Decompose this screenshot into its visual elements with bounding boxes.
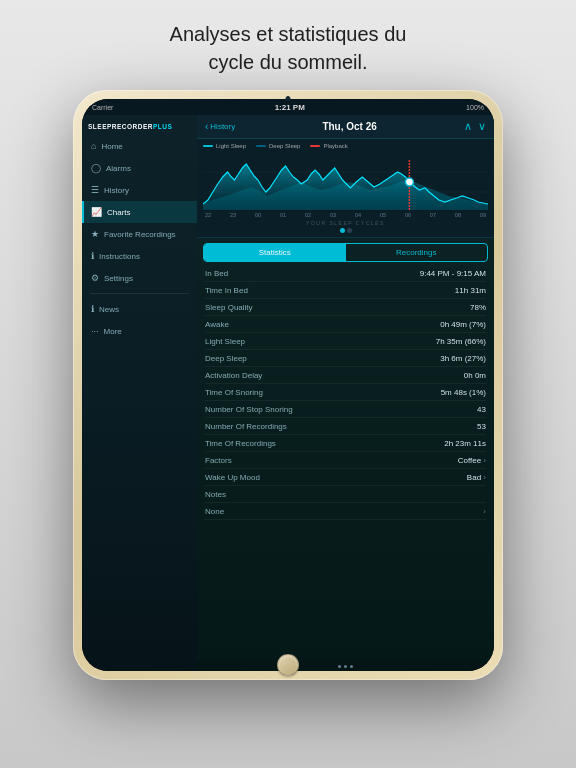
sidebar-label-history: History (104, 186, 129, 195)
sidebar-item-history[interactable]: ☰ History (82, 179, 197, 201)
carrier-text: Carrier (92, 104, 113, 111)
stat-value-time-recordings: 2h 23m 11s (444, 439, 486, 448)
news-icon: ℹ (91, 304, 94, 314)
sidebar-label-more: More (104, 327, 122, 336)
stat-row-activation-delay: Activation Delay 0h 0m (205, 367, 486, 384)
alarms-icon: ◯ (91, 163, 101, 173)
chart-legend: Light Sleep Deep Sleep Playback (203, 143, 488, 149)
stat-row-in-bed: In Bed 9:44 PM - 9:15 AM (205, 265, 486, 282)
stat-value-factors: Coffee › (458, 456, 486, 465)
page-title-line2: cycle du sommeil. (209, 51, 368, 73)
stat-row-none[interactable]: None › (205, 503, 486, 520)
sidebar-item-favorites[interactable]: ★ Favorite Recordings (82, 223, 197, 245)
chart-area: Light Sleep Deep Sleep Playback (197, 139, 494, 238)
stat-label-none: None (205, 507, 224, 516)
stat-value-none: › (483, 507, 486, 516)
time-text: 1:21 PM (275, 103, 305, 112)
sidebar-item-instructions[interactable]: ℹ Instructions (82, 245, 197, 267)
stat-value-time-in-bed: 11h 31m (455, 286, 486, 295)
history-icon: ☰ (91, 185, 99, 195)
legend-light-label: Light Sleep (216, 143, 246, 149)
stat-label-sleep-quality: Sleep Quality (205, 303, 253, 312)
expand-icon[interactable]: ∧ (464, 120, 472, 133)
stat-label-in-bed: In Bed (205, 269, 228, 278)
home-button-area (277, 654, 299, 676)
stat-label-awake: Awake (205, 320, 229, 329)
app-logo: SLEEPRECORDERPLUS (82, 115, 197, 135)
sidebar-label-favorites: Favorite Recordings (104, 230, 176, 239)
sidebar-item-news[interactable]: ℹ News (82, 298, 197, 320)
sidebar-item-charts[interactable]: 📈 Charts (82, 201, 197, 223)
stat-value-sleep-quality: 78% (470, 303, 486, 312)
ipad-frame: Carrier 1:21 PM 100% SLEEPRECORDERPLUS ⌂… (73, 90, 503, 680)
stat-label-activation-delay: Activation Delay (205, 371, 262, 380)
stat-value-snoring: 5m 48s (1%) (441, 388, 486, 397)
tab-statistics[interactable]: Statistics (204, 244, 346, 261)
back-chevron-icon: ‹ (205, 121, 208, 132)
sidebar-item-home[interactable]: ⌂ Home (82, 135, 197, 157)
chart-svg-container (203, 152, 488, 214)
main-content: ‹ History Thu, Oct 26 ∧ ∨ Lig (197, 115, 494, 671)
stat-value-stop-snoring: 43 (477, 405, 486, 414)
logo-text: SLEEPRECORDER (88, 123, 153, 130)
stat-row-time-in-bed: Time In Bed 11h 31m (205, 282, 486, 299)
stats-list: In Bed 9:44 PM - 9:15 AM Time In Bed 11h… (197, 265, 494, 661)
sleep-chart-svg (203, 152, 488, 212)
back-label: History (210, 122, 235, 131)
legend-deep-dot (256, 145, 266, 147)
sidebar-item-settings[interactable]: ⚙ Settings (82, 267, 197, 289)
stat-label-notes: Notes (205, 490, 226, 499)
stat-label-snoring: Time Of Snoring (205, 388, 263, 397)
sidebar-label-settings: Settings (104, 274, 133, 283)
collapse-icon[interactable]: ∨ (478, 120, 486, 133)
sidebar-item-alarms[interactable]: ◯ Alarms (82, 157, 197, 179)
legend-playback-dot (310, 145, 320, 147)
stat-label-num-recordings: Number Of Recordings (205, 422, 287, 431)
stat-row-stop-snoring: Number Of Stop Snoring 43 (205, 401, 486, 418)
tab-recordings[interactable]: Recordings (346, 244, 488, 261)
legend-playback-label: Playback (323, 143, 347, 149)
dot-1 (338, 665, 341, 668)
logo-plus: PLUS (153, 123, 172, 130)
stat-label-wakeup-mood: Wake Up Mood (205, 473, 260, 482)
legend-light-sleep: Light Sleep (203, 143, 246, 149)
sidebar-label-home: Home (101, 142, 122, 151)
stat-row-time-recordings: Time Of Recordings 2h 23m 11s (205, 435, 486, 452)
stat-label-stop-snoring: Number Of Stop Snoring (205, 405, 293, 414)
stat-label-light-sleep: Light Sleep (205, 337, 245, 346)
stat-label-time-in-bed: Time In Bed (205, 286, 248, 295)
main-header: ‹ History Thu, Oct 26 ∧ ∨ (197, 115, 494, 139)
legend-playback: Playback (310, 143, 347, 149)
stat-value-num-recordings: 53 (477, 422, 486, 431)
chart-dots (203, 228, 488, 233)
svg-point-3 (405, 178, 413, 186)
stat-row-awake: Awake 0h 49m (7%) (205, 316, 486, 333)
legend-deep-label: Deep Sleep (269, 143, 300, 149)
more-icon: ··· (91, 326, 99, 336)
sidebar-divider (90, 293, 189, 294)
charts-icon: 📈 (91, 207, 102, 217)
battery-text: 100% (466, 104, 484, 111)
settings-icon: ⚙ (91, 273, 99, 283)
stat-value-awake: 0h 49m (7%) (440, 320, 486, 329)
back-button[interactable]: ‹ History (205, 121, 235, 132)
stat-value-in-bed: 9:44 PM - 9:15 AM (420, 269, 486, 278)
stat-row-notes: Notes (205, 486, 486, 503)
sidebar-label-charts: Charts (107, 208, 131, 217)
chart-title-label: YOUR SLEEP CYCLES (203, 220, 488, 226)
sidebar-label-alarms: Alarms (106, 164, 131, 173)
dot-2 (344, 665, 347, 668)
stat-label-deep-sleep: Deep Sleep (205, 354, 247, 363)
stat-row-wakeup-mood[interactable]: Wake Up Mood Bad › (205, 469, 486, 486)
page-title-line1: Analyses et statistiques du (170, 23, 407, 45)
sidebar: SLEEPRECORDERPLUS ⌂ Home ◯ Alarms ☰ Hist… (82, 115, 197, 671)
page-title-area: Analyses et statistiques du cycle du som… (120, 0, 457, 90)
stat-row-factors[interactable]: Factors Coffee › (205, 452, 486, 469)
sidebar-item-more[interactable]: ··· More (82, 320, 197, 342)
stat-value-activation-delay: 0h 0m (464, 371, 486, 380)
instructions-icon: ℹ (91, 251, 94, 261)
sidebar-label-news: News (99, 305, 119, 314)
sidebar-nav: ⌂ Home ◯ Alarms ☰ History 📈 Charts (82, 135, 197, 671)
status-bar: Carrier 1:21 PM 100% (82, 99, 494, 115)
legend-light-dot (203, 145, 213, 147)
